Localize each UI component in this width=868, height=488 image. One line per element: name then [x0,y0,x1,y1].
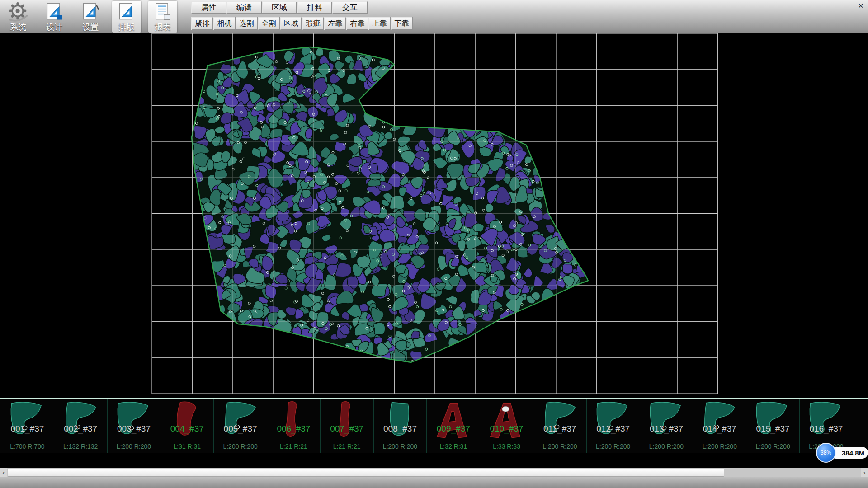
part-lr-count: L:200 R:200 [374,443,427,450]
part-lr-count: L:200 R:200 [693,443,746,450]
part-item-003-37[interactable]: 003_#37L:200 R:200 [108,399,161,453]
part-name: 005_#37 [214,424,267,434]
tool-button-5[interactable]: 瑕疵 [302,17,324,30]
part-name: 016_#37 [800,424,853,434]
part-lr-count: L:200 R:200 [587,443,640,450]
tool-button-6[interactable]: 左靠 [324,17,346,30]
nesting-canvas[interactable] [0,33,868,398]
app-button-report[interactable]: 报表 [148,1,177,33]
part-name: 006_#37 [267,424,320,434]
part-name: 002_#37 [54,424,107,434]
part-name: 004_#37 [160,424,213,434]
part-name: 007_#37 [321,424,373,434]
design-icon [44,2,64,23]
app-label: 设计 [46,23,62,32]
part-item-005-37[interactable]: 005_#37L:200 R:200 [214,399,267,453]
scroll-left-arrow-icon[interactable]: ‹ [0,468,7,477]
menu-area: 属性编辑区域排料交互 聚排相机选割全割区域瑕疵左靠右靠上靠下靠 [191,0,413,33]
tool-button-7[interactable]: 右靠 [346,17,368,30]
part-lr-count: L:33 R:33 [480,443,533,450]
menu-tab-1[interactable]: 编辑 [226,1,262,14]
tool-button-8[interactable]: 上靠 [368,17,391,30]
progress-badge: 38% [816,443,836,463]
part-lr-count: L:200 R:200 [533,443,586,450]
scrollbar-thumb[interactable] [8,469,724,477]
part-lr-count: L:21 R:21 [321,443,373,450]
part-item-004-37[interactable]: 004_#37L:31 R:31 [160,399,214,453]
tool-button-2[interactable]: 选割 [236,17,258,30]
app-label: 排版 [118,23,135,32]
app-label: 设置 [82,23,99,32]
scroll-right-arrow-icon[interactable]: › [861,468,868,477]
part-item-013-37[interactable]: 013_#37L:200 R:200 [640,399,693,453]
tool-button-0[interactable]: 聚排 [191,17,213,30]
tool-button-4[interactable]: 区域 [280,17,302,30]
part-lr-count: L:32 R:31 [427,443,480,450]
part-name: 001_#37 [1,424,54,434]
part-item-002-37[interactable]: 002_#37L:132 R:132 [54,399,108,453]
app-switcher: 系统设计设置排版报表 [0,0,177,33]
app-button-settings[interactable]: 设置 [76,1,105,33]
app-label: 报表 [155,23,171,32]
app-window: 系统设计设置排版报表 属性编辑区域排料交互 聚排相机选割全割区域瑕疵左靠右靠上靠… [0,0,868,488]
close-button[interactable]: ✕ [856,2,865,10]
workspace [0,33,868,398]
part-lr-count: L:200 R:200 [214,443,267,450]
part-name: 011_#37 [533,424,586,434]
part-name: 015_#37 [746,424,799,434]
part-item-008-37[interactable]: 008_#37L:200 R:200 [374,399,427,453]
main-toolbar: 系统设计设置排版报表 属性编辑区域排料交互 聚排相机选割全割区域瑕疵左靠右靠上靠… [0,0,868,33]
progress-value: 38% [821,450,831,456]
app-label: 系统 [10,23,26,32]
part-lr-count: L:31 R:31 [160,443,213,450]
part-lr-count: L:200 R:200 [746,443,799,450]
part-lr-count: L:200 R:200 [108,443,160,450]
horizontal-scrollbar[interactable]: ‹ › [0,468,868,477]
app-button-gear[interactable]: 系统 [4,1,33,33]
app-button-design[interactable]: 设计 [40,1,69,33]
minimize-button[interactable]: ─ [843,2,852,10]
parts-panel: 001_#37L:700 R:700002_#37L:132 R:132003_… [0,398,868,453]
part-item-011-37[interactable]: 011_#37L:200 R:200 [533,399,587,453]
part-name: 010_#37 [480,424,533,434]
menu-tab-4[interactable]: 交互 [332,1,368,14]
report-icon [153,2,173,23]
part-name: 014_#37 [693,424,746,434]
menu-tab-2[interactable]: 区域 [262,1,297,14]
nesting-icon [117,2,137,23]
tool-button-1[interactable]: 相机 [213,17,236,30]
menu-tab-row: 属性编辑区域排料交互 [191,1,413,14]
menu-tab-3[interactable]: 排料 [297,1,332,14]
part-lr-count: L:200 R:200 [640,443,693,450]
menu-tab-0[interactable]: 属性 [191,1,226,14]
part-lr-count: L:21 R:21 [267,443,320,450]
settings-icon [80,2,100,23]
part-item-001-37[interactable]: 001_#37L:700 R:700 [1,399,54,453]
part-item-012-37[interactable]: 012_#37L:200 R:200 [587,399,640,453]
part-item-007-37[interactable]: 007_#37L:21 R:21 [321,399,374,453]
part-name: 008_#37 [374,424,427,434]
part-item-009-37[interactable]: 009_#37L:32 R:31 [427,399,480,453]
part-lr-count: L:132 R:132 [54,443,107,450]
app-button-nesting[interactable]: 排版 [112,1,141,33]
part-item-010-37[interactable]: 010_#37L:33 R:33 [480,399,533,453]
gear-icon [8,2,28,23]
part-item-006-37[interactable]: 006_#37L:21 R:21 [267,399,321,453]
part-name: 003_#37 [108,424,160,434]
part-lr-count: L:700 R:700 [1,443,54,450]
tool-button-row: 聚排相机选割全割区域瑕疵左靠右靠上靠下靠 [191,17,413,30]
part-item-015-37[interactable]: 015_#37L:200 R:200 [746,399,800,453]
part-name: 013_#37 [640,424,693,434]
part-name: 012_#37 [587,424,640,434]
part-name: 009_#37 [427,424,480,434]
tool-button-3[interactable]: 全割 [258,17,280,30]
tool-button-9[interactable]: 下靠 [391,17,413,30]
status-bar [0,477,868,488]
window-controls: ─ ✕ [843,2,865,10]
part-item-014-37[interactable]: 014_#37L:200 R:200 [693,399,746,453]
